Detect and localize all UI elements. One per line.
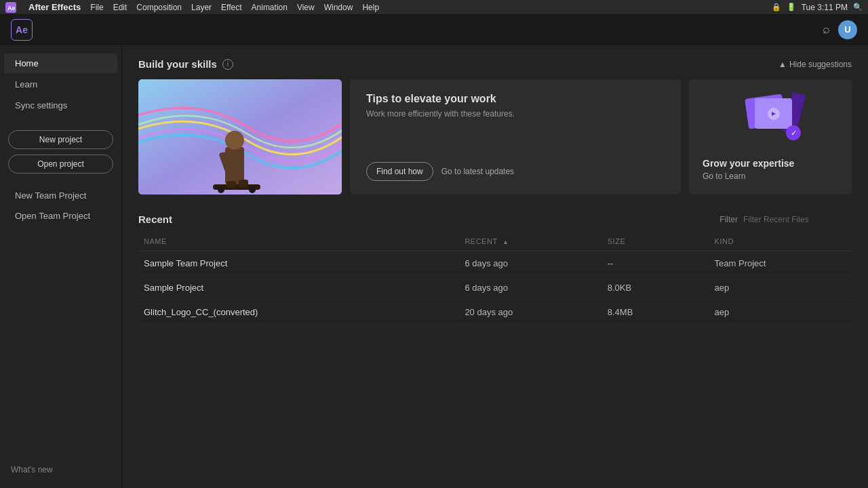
row-kind: aep (709, 276, 852, 300)
play-icon: ▶ (768, 108, 780, 120)
ae-menu-icon: Ae (5, 2, 16, 13)
skills-title: Build your skills (138, 58, 217, 70)
menu-file[interactable]: File (90, 3, 103, 12)
col-header-name: NAME (138, 233, 459, 251)
sidebar-item-learn[interactable]: Learn (4, 75, 117, 94)
row-name: Sample Team Project (138, 251, 459, 276)
menu-help[interactable]: Help (362, 3, 379, 12)
table-row[interactable]: Glitch_Logo_CC_(converted) 20 days ago 8… (138, 300, 852, 325)
grow-text: Grow your expertise Go to Learn (703, 158, 838, 181)
col-header-kind: KIND (709, 233, 852, 251)
go-to-learn-link[interactable]: Go to Learn (703, 171, 838, 181)
grow-card: ▶ ✓ Grow your expertise Go to Learn (689, 79, 852, 195)
sidebar-item-sync[interactable]: Sync settings (4, 96, 117, 115)
latest-updates-link[interactable]: Go to latest updates (441, 167, 514, 176)
whats-new-link[interactable]: What's new (0, 460, 121, 480)
row-recent: 6 days ago (459, 251, 601, 276)
svg-rect-8 (226, 181, 236, 188)
app-name: After Effects (28, 2, 81, 12)
info-icon[interactable]: i (222, 59, 233, 70)
grow-title: Grow your expertise (703, 158, 838, 169)
recent-table: NAME RECENT ▲ SIZE KIND Sample Team Pro (138, 233, 852, 325)
open-project-button[interactable]: Open project (8, 155, 113, 174)
grow-icon-area: ▶ ✓ (740, 93, 801, 140)
tips-card-actions: Find out how Go to latest updates (366, 162, 665, 181)
svg-point-6 (225, 131, 244, 150)
sort-arrow: ▲ (502, 239, 509, 245)
menubar-right: 🔒 🔋 Tue 3:11 PM 🔍 (772, 3, 863, 12)
recent-title: Recent (138, 214, 172, 225)
grow-card-front: ▶ (755, 98, 792, 129)
battery-icon: 🔋 (787, 3, 796, 12)
wavy-lines-svg (138, 79, 342, 195)
row-size: -- (602, 251, 709, 276)
main-content: Build your skills i ▲ Hide suggestions (122, 45, 868, 488)
sidebar-item-home[interactable]: Home (4, 54, 117, 73)
menu-effect[interactable]: Effect (221, 3, 241, 12)
tips-card: Tips to elevate your work Work more effi… (350, 79, 681, 195)
row-kind: Team Project (709, 251, 852, 276)
row-kind: aep (709, 300, 852, 325)
row-recent: 6 days ago (459, 276, 601, 300)
tips-card-description: Work more efficiently with these feature… (366, 109, 665, 119)
menu-view[interactable]: View (297, 3, 315, 12)
menu-edit[interactable]: Edit (113, 3, 127, 12)
table-row[interactable]: Sample Team Project 6 days ago -- Team P… (138, 251, 852, 276)
svg-point-4 (249, 186, 256, 193)
menu-bar: Ae After Effects File Edit Composition L… (0, 0, 868, 15)
menu-composition[interactable]: Composition (136, 3, 182, 12)
spotlight-icon[interactable]: 🔍 (853, 3, 863, 12)
svg-rect-9 (239, 180, 248, 188)
menu-window[interactable]: Window (324, 3, 353, 12)
ae-logo: Ae (11, 19, 33, 41)
layout: Home Learn Sync settings New project Ope… (0, 45, 868, 488)
cards-row: Tips to elevate your work Work more effi… (138, 79, 852, 195)
menu-layer[interactable]: Layer (191, 3, 212, 12)
tips-card-title: Tips to elevate your work (366, 93, 665, 105)
tips-card-content: Tips to elevate your work Work more effi… (366, 93, 665, 119)
card-image (138, 79, 342, 195)
find-out-button[interactable]: Find out how (366, 162, 433, 181)
grow-illustration: ▶ ✓ (703, 93, 838, 140)
check-badge: ✓ (786, 125, 801, 140)
promo-image-card (138, 79, 342, 195)
wifi-icon: 🔒 (772, 3, 781, 12)
sidebar-item-new-team[interactable]: New Team Project (4, 186, 117, 205)
hide-suggestions-button[interactable]: ▲ Hide suggestions (778, 60, 852, 69)
row-size: 8.0KB (602, 276, 709, 300)
svg-point-3 (218, 186, 224, 193)
row-name: Sample Project (138, 276, 459, 300)
sidebar-item-open-team[interactable]: Open Team Project (4, 206, 117, 226)
row-recent: 20 days ago (459, 300, 601, 325)
filter-label: Filter (719, 215, 738, 224)
table-row[interactable]: Sample Project 6 days ago 8.0KB aep (138, 276, 852, 300)
sidebar: Home Learn Sync settings New project Ope… (0, 45, 122, 488)
row-size: 8.4MB (602, 300, 709, 325)
recent-header: Recent Filter (138, 214, 852, 225)
svg-text:Ae: Ae (7, 5, 15, 12)
menu-animation[interactable]: Animation (252, 3, 288, 12)
new-project-button[interactable]: New project (8, 130, 113, 149)
col-header-recent[interactable]: RECENT ▲ (459, 233, 601, 251)
clock: Tue 3:11 PM (802, 3, 848, 12)
skills-header: Build your skills i ▲ Hide suggestions (138, 58, 852, 70)
filter-input[interactable] (743, 215, 852, 224)
col-header-size: SIZE (602, 233, 709, 251)
menu-items: File Edit Composition Layer Effect Anima… (90, 3, 379, 12)
recent-table-body: Sample Team Project 6 days ago -- Team P… (138, 251, 852, 325)
row-name: Glitch_Logo_CC_(converted) (138, 300, 459, 325)
app-bar: Ae ⌕ U (0, 15, 868, 45)
search-icon[interactable]: ⌕ (823, 22, 830, 37)
avatar: U (838, 20, 857, 39)
